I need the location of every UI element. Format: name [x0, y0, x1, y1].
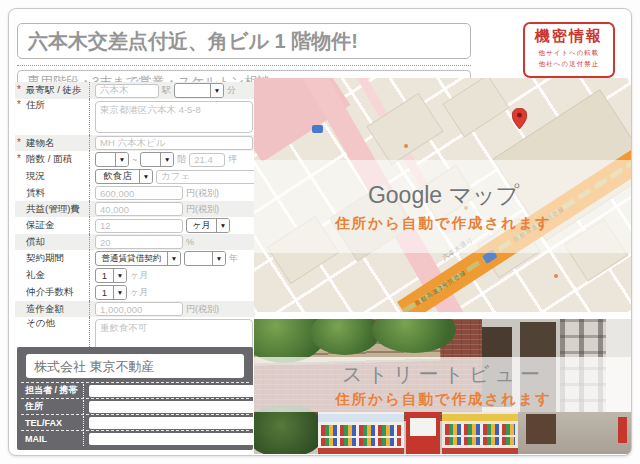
fixtures-price-input[interactable]: [95, 302, 183, 316]
common-fee-input[interactable]: [95, 202, 183, 216]
row-brokerage-fee: 仲介手数料 1▼ ヶ月: [15, 284, 255, 301]
row-nearest-station: * 最寄駅 / 徒歩 駅 ▼ 分: [15, 82, 255, 99]
deposit-input[interactable]: [95, 219, 183, 233]
company-contact-row: 担当者 / 携帯: [21, 382, 249, 398]
map-subtitle: 住所から自動で作成されます: [335, 214, 552, 233]
company-address-label: 住所: [21, 400, 83, 413]
dropdown-caret-icon: ▼: [212, 252, 225, 265]
vending-machine-panel: [410, 418, 436, 436]
vending-machine-drinks: [445, 424, 515, 435]
confidential-stamp-line2: 他社への送付禁止: [525, 59, 613, 68]
other-notes-label: その他: [15, 317, 89, 330]
shop-doorway: [526, 414, 556, 444]
company-contact-input[interactable]: [89, 385, 266, 397]
street-view-canvas[interactable]: ストリートビュー 住所から自動で作成されます: [254, 319, 632, 454]
row-building-name: * 建物名: [15, 135, 255, 151]
vending-machine-drinks: [445, 437, 515, 445]
confidential-stamp-title: 機密情報: [525, 27, 613, 46]
street-view-subtitle: 住所から自動で作成されます: [335, 390, 552, 409]
dropdown-caret-icon: ▼: [167, 252, 180, 265]
company-mail-input[interactable]: [89, 433, 266, 445]
row-floors-area: * 階数 / 面積 ▼ ~ ▼ 階 坪: [15, 151, 255, 168]
row-deposit: 保証金 ヶ月▼: [15, 217, 255, 234]
address-textarea[interactable]: 東京都港区六本木 4-5-8: [95, 101, 253, 133]
row-fixtures-price: 造作金額 円(税別): [15, 301, 255, 317]
fixtures-price-label: 造作金額: [15, 303, 89, 316]
floor-from-select[interactable]: ▼: [95, 152, 129, 167]
required-asterisk: *: [17, 99, 21, 110]
floor-to-select[interactable]: ▼: [140, 152, 174, 167]
property-form: * 最寄駅 / 徒歩 駅 ▼ 分 * 住所 東京都港区六本木 4-5-8 * 建…: [15, 82, 255, 367]
company-mail-row: MAIL: [21, 430, 249, 446]
vending-machine: [318, 412, 404, 454]
street-view-title: ストリートビュー: [342, 361, 545, 388]
row-rent: 賃料 円(税別): [15, 185, 255, 201]
current-status-label: 現況: [15, 170, 89, 183]
dropdown-caret-icon: ▼: [210, 84, 223, 97]
vending-machine-drinks: [321, 425, 401, 436]
dropdown-caret-icon: ▼: [139, 170, 152, 183]
required-asterisk: *: [17, 137, 21, 148]
dropdown-caret-icon: ▼: [216, 219, 229, 232]
common-fee-unit: 円(税別): [186, 203, 219, 216]
brokerage-fee-select[interactable]: 1▼: [95, 285, 127, 300]
map-overlay-band: Google マップ 住所から自動で作成されます: [254, 160, 632, 253]
vending-machine-sign: [442, 414, 518, 421]
row-amortization: 償却 %: [15, 234, 255, 250]
company-tel-label: TEL/FAX: [21, 418, 83, 428]
contract-period-label: 契約期間: [15, 252, 89, 265]
station-icon: [312, 125, 323, 133]
header-divider: [17, 65, 471, 66]
building-name-input[interactable]: [95, 136, 253, 150]
dropdown-caret-icon: ▼: [160, 153, 173, 166]
row-current-status: 現況 飲食店▼: [15, 168, 255, 185]
brokerage-fee-unit: ヶ月: [130, 286, 148, 299]
dropdown-caret-icon: ▼: [113, 286, 126, 299]
vending-machine-base: [442, 448, 518, 454]
map-pin-icon: [512, 108, 527, 129]
required-asterisk: *: [17, 84, 21, 95]
key-money-unit: ヶ月: [130, 269, 148, 282]
property-sheet: 機密情報 他サイトへの転載 他社への送付禁止 * 最寄駅 / 徒歩 駅 ▼ 分 …: [8, 8, 632, 456]
row-common-fee: 共益(管理)費 円(税別): [15, 201, 255, 217]
company-info-panel: 担当者 / 携帯 住所 TEL/FAX MAIL: [17, 347, 253, 450]
minutes-unit: 分: [227, 84, 236, 97]
status-select[interactable]: 飲食店▼: [95, 169, 153, 184]
area-unit: 坪: [228, 153, 237, 166]
row-contract-period: 契約期間 普通賃貸借契約▼ ▼ 年: [15, 250, 255, 267]
contract-years-select[interactable]: ▼: [184, 251, 226, 266]
row-address: * 住所 東京都港区六本木 4-5-8: [15, 99, 255, 135]
key-money-select[interactable]: 1▼: [95, 268, 127, 283]
nearest-station-label: * 最寄駅 / 徒歩: [15, 84, 89, 97]
vending-machine: [442, 412, 518, 454]
contract-type-select[interactable]: 普通賃貸借契約▼: [95, 251, 181, 266]
rent-input[interactable]: [95, 186, 183, 200]
property-title-input[interactable]: [17, 23, 471, 59]
key-money-label: 礼金: [15, 269, 89, 282]
company-address-input[interactable]: [89, 401, 266, 413]
station-input[interactable]: [95, 84, 159, 98]
company-name-input[interactable]: [26, 354, 244, 378]
vending-machine: [406, 412, 440, 454]
company-mail-label: MAIL: [21, 434, 83, 444]
brokerage-fee-label: 仲介手数料: [15, 286, 89, 299]
map-building-block: [442, 78, 509, 137]
deposit-unit-select[interactable]: ヶ月▼: [186, 218, 230, 233]
amortization-label: 償却: [15, 236, 89, 249]
street-view-overlay-band: ストリートビュー 住所から自動で作成されます: [254, 357, 632, 412]
vending-machine-drinks: [321, 438, 401, 446]
area-input[interactable]: [189, 153, 225, 167]
floor-unit: 階: [177, 153, 186, 166]
building-name-label: * 建物名: [15, 137, 89, 150]
deposit-label: 保証金: [15, 219, 89, 232]
floors-area-label: * 階数 / 面積: [15, 153, 89, 166]
walk-minutes-select[interactable]: ▼: [174, 83, 224, 98]
contract-years-unit: 年: [229, 252, 238, 265]
red-signboard: [618, 417, 627, 443]
confidential-stamp: 機密情報 他サイトへの転載 他社への送付禁止: [523, 22, 615, 78]
google-map-canvas[interactable]: 首都高速3号渋谷線 首都高速3号渋谷線 六本木通り Google マップ 住所か…: [254, 78, 632, 312]
dropdown-caret-icon: ▼: [115, 153, 128, 166]
amortization-input[interactable]: [95, 235, 183, 249]
amortization-unit: %: [186, 237, 194, 247]
company-tel-input[interactable]: [89, 417, 266, 429]
